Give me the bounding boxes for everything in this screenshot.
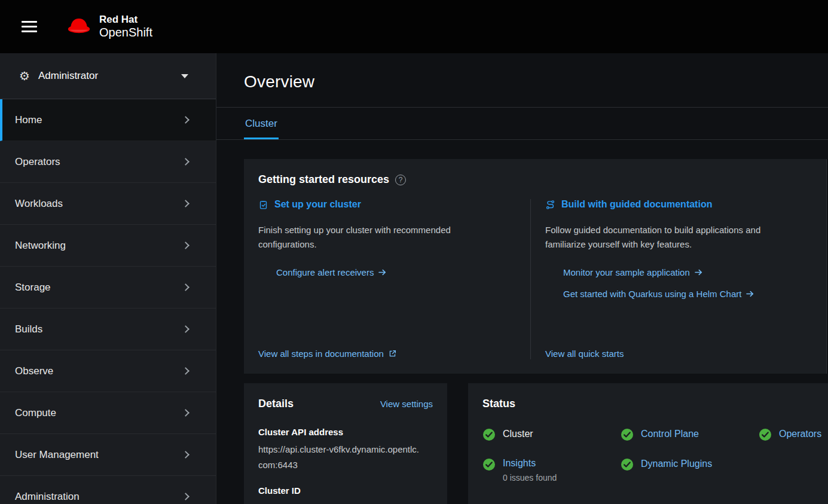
control-plane-link[interactable]: Control Plane [641, 428, 699, 439]
overview-dashboard: Getting started resources ? Set up your [216, 140, 828, 504]
nav-toggle-button[interactable] [18, 17, 41, 36]
sidebar-item-administration[interactable]: Administration [0, 476, 216, 504]
status-item-dynamic-plugins: Dynamic Plugins [621, 458, 759, 482]
chevron-right-icon [182, 283, 190, 291]
setup-cluster-link[interactable]: Set up your cluster [258, 199, 516, 210]
redhat-fedora-icon [66, 17, 92, 36]
gear-icon: ⚙ [19, 70, 30, 82]
view-all-steps-link[interactable]: View all steps in documentation [258, 349, 396, 359]
sidebar-item-label: Home [15, 114, 42, 126]
status-card: Status View alerts Cluster [468, 383, 828, 504]
sidebar-item-label: Operators [15, 156, 60, 168]
status-label-cluster: Cluster [503, 428, 533, 439]
redhat-openshift-logo[interactable]: Red Hat OpenShift [66, 14, 152, 39]
cluster-api-address-label: Cluster API address [258, 427, 433, 437]
sidebar-item-networking[interactable]: Networking [0, 225, 216, 267]
perspective-switcher[interactable]: ⚙ Administrator [0, 53, 216, 99]
sidebar-item-storage[interactable]: Storage [0, 267, 216, 308]
chevron-right-icon [182, 493, 190, 500]
monitor-sample-app-link[interactable]: Monitor your sample application [563, 267, 812, 277]
sidebar-item-label: Observe [15, 365, 53, 377]
clipboard-check-icon [258, 200, 268, 210]
cluster-api-address-value: https://api.cluster-v6fkv.dynamic.opentl… [258, 442, 420, 472]
sidebar-nav: ⚙ Administrator Home Operators Workloads… [0, 53, 216, 504]
guided-documentation-link[interactable]: Build with guided documentation [545, 199, 812, 210]
sidebar-item-operators[interactable]: Operators [0, 141, 216, 183]
getting-started-title: Getting started resources [258, 173, 389, 186]
status-item-cluster: Cluster [482, 428, 621, 441]
sidebar-item-label: Builds [15, 323, 42, 335]
masthead: Red Hat OpenShift [0, 0, 828, 53]
external-link-icon [389, 350, 396, 358]
view-settings-link[interactable]: View settings [380, 399, 433, 409]
perspective-label: Administrator [38, 70, 98, 82]
view-all-quick-starts-link[interactable]: View all quick starts [545, 349, 624, 359]
arrow-right-icon [746, 291, 754, 297]
check-circle-icon [482, 458, 496, 471]
insights-link[interactable]: Insights [503, 457, 536, 468]
chevron-right-icon [182, 158, 190, 166]
status-title: Status [482, 398, 515, 410]
help-question-icon[interactable]: ? [395, 175, 406, 185]
sidebar-item-label: Compute [15, 407, 56, 419]
check-circle-icon [621, 458, 634, 471]
sidebar-item-compute[interactable]: Compute [0, 392, 216, 434]
caret-down-icon [181, 74, 188, 78]
main-content: Overview Cluster Getting started resourc… [216, 53, 828, 504]
setup-cluster-description: Finish setting up your cluster with reco… [258, 223, 470, 252]
hamburger-icon [22, 21, 37, 23]
insights-issues-count: 0 issues found [503, 473, 557, 482]
dynamic-plugins-link[interactable]: Dynamic Plugins [641, 458, 712, 469]
details-card: Details View settings Cluster API addres… [244, 383, 447, 504]
sidebar-item-label: Networking [15, 240, 66, 252]
status-item-operators: Operators [759, 428, 828, 441]
sidebar-item-label: Workloads [15, 198, 63, 210]
sidebar-item-user-management[interactable]: User Management [0, 434, 216, 476]
logo-text-openshift: OpenShift [99, 26, 152, 39]
sidebar-item-observe[interactable]: Observe [0, 350, 216, 392]
details-title: Details [258, 398, 294, 410]
sidebar-item-home[interactable]: Home [0, 99, 216, 141]
sidebar-item-builds[interactable]: Builds [0, 308, 216, 350]
tab-cluster[interactable]: Cluster [244, 108, 279, 139]
sidebar-item-workloads[interactable]: Workloads [0, 183, 216, 225]
guided-docs-column: Build with guided documentation Follow g… [530, 199, 812, 359]
cluster-id-label: Cluster ID [258, 485, 433, 496]
page-title: Overview [244, 72, 814, 91]
status-item-control-plane: Control Plane [621, 428, 759, 441]
chevron-right-icon [182, 451, 190, 459]
sidebar-item-label: Storage [15, 282, 51, 294]
sidebar-item-label: User Management [15, 449, 99, 461]
dashboard-cards-row: Details View settings Cluster API addres… [244, 383, 828, 504]
operators-link[interactable]: Operators [779, 428, 821, 439]
logo-text-redhat: Red Hat [99, 14, 152, 26]
chevron-right-icon [182, 409, 190, 417]
chevron-right-icon [182, 200, 190, 207]
check-circle-icon [759, 428, 772, 441]
chevron-right-icon [182, 325, 190, 333]
setup-cluster-column: Set up your cluster Finish setting up yo… [258, 199, 530, 359]
page-header: Overview [216, 53, 828, 107]
check-circle-icon [482, 428, 496, 441]
guided-docs-description: Follow guided documentation to build app… [545, 223, 780, 252]
sidebar-item-label: Administration [15, 491, 80, 503]
status-item-insights: Insights 0 issues found [482, 458, 621, 482]
tab-bar: Cluster [216, 107, 828, 140]
chevron-right-icon [182, 116, 190, 124]
configure-alert-receivers-link[interactable]: Configure alert receivers [276, 267, 516, 277]
arrow-right-icon [695, 269, 702, 276]
chevron-right-icon [182, 242, 190, 249]
quarkus-helm-chart-link[interactable]: Get started with Quarkus using a Helm Ch… [563, 289, 812, 299]
chevron-right-icon [182, 367, 190, 375]
getting-started-card: Getting started resources ? Set up your [244, 159, 827, 374]
route-icon [545, 200, 555, 210]
arrow-right-icon [378, 269, 386, 276]
check-circle-icon [621, 428, 634, 441]
